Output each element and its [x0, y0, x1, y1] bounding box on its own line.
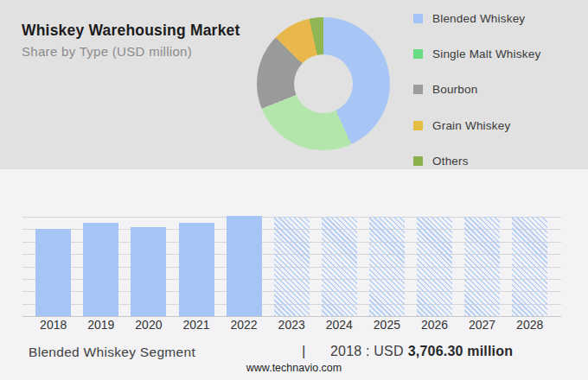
legend-label: Single Malt Whiskey [432, 48, 540, 60]
legend-label: Others [432, 155, 469, 168]
x-axis-label-2025: 2025 [361, 318, 412, 332]
footer-value-bold: 3,706.30 million [408, 344, 513, 358]
bar-2018 [35, 229, 71, 316]
page-title: Whiskey Warehousing Market [22, 22, 240, 40]
forecast-bar-2023 [274, 217, 310, 316]
forecast-bar-2027 [464, 217, 500, 316]
bar-2021 [179, 223, 214, 316]
x-axis-label-2019: 2019 [75, 318, 127, 332]
legend-swatch-bourbon [413, 85, 423, 94]
top-panel: Whiskey Warehousing Market Share by Type… [0, 0, 588, 169]
x-axis-label-2020: 2020 [123, 318, 175, 332]
legend-swatch-others [413, 156, 423, 166]
footer-value: 2018 : USD3,706.30 million [330, 344, 513, 359]
donut-hole [294, 54, 353, 113]
forecast-bar-2024 [322, 217, 357, 316]
x-axis-label-2028: 2028 [504, 318, 556, 332]
bar-2022 [227, 216, 262, 316]
forecast-bar-2028 [512, 217, 547, 316]
forecast-bar-2026 [417, 217, 452, 316]
footer-value-prefix: 2018 : USD [330, 344, 404, 358]
legend-swatch-single-malt-whiskey [413, 49, 423, 59]
segment-label: Blended Whiskey Segment [29, 345, 195, 360]
x-axis-label-2024: 2024 [313, 318, 365, 332]
website-url: www.technavio.com [0, 362, 588, 374]
bar-2019 [83, 223, 118, 316]
x-axis-label-2018: 2018 [28, 318, 80, 332]
legend-label: Bourbon [432, 83, 477, 96]
x-axis-label-2026: 2026 [409, 318, 461, 332]
legend-item-others: Others [413, 154, 540, 169]
legend-swatch-blended-whiskey [413, 14, 423, 23]
x-axis-label-2027: 2027 [457, 318, 508, 332]
legend-label: Blended Whiskey [432, 12, 525, 25]
bar-2020 [131, 227, 166, 316]
legend: Blended Whiskey Single Malt Whiskey Bour… [413, 10, 540, 169]
legend-item-single-malt-whiskey: Single Malt Whiskey [413, 46, 540, 61]
bar-plot [22, 217, 561, 316]
legend-label: Grain Whiskey [432, 119, 510, 132]
bottom-panel: 2018201920202021202220232024202520262027… [0, 169, 588, 380]
legend-item-blended-whiskey: Blended Whiskey [413, 10, 540, 26]
x-axis-label-2021: 2021 [170, 318, 222, 332]
legend-swatch-grain-whiskey [413, 121, 423, 130]
legend-item-bourbon: Bourbon [413, 82, 540, 98]
page-subtitle: Share by Type (USD million) [22, 44, 192, 59]
footer-separator: | [302, 343, 305, 360]
x-axis-label-2022: 2022 [218, 318, 270, 332]
gridline-baseline [22, 316, 561, 317]
donut-chart [257, 17, 390, 150]
legend-item-grain-whiskey: Grain Whiskey [413, 117, 540, 133]
x-axis-label-2023: 2023 [265, 318, 317, 332]
forecast-bar-2025 [369, 217, 405, 316]
